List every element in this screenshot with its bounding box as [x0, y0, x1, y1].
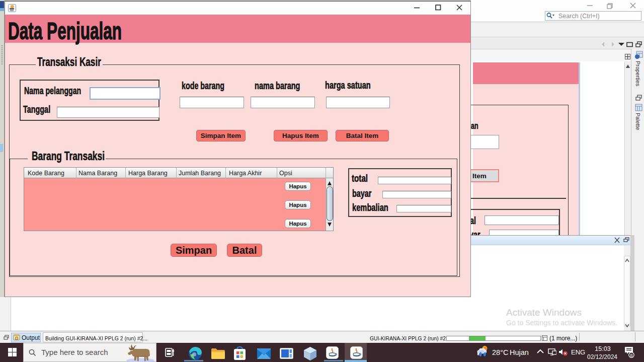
svg-text:8: 8: [630, 352, 632, 358]
